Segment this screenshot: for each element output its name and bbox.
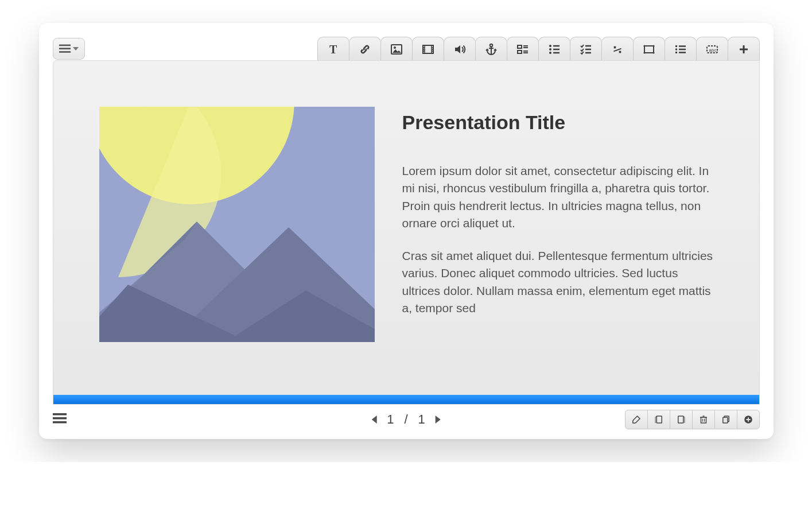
svg-rect-57 (53, 417, 67, 420)
tool-video[interactable] (412, 37, 444, 61)
mountain-sun-icon (99, 107, 375, 342)
tool-text[interactable]: T (317, 37, 349, 61)
dropdown-caret-icon (73, 47, 79, 51)
layout-icon (516, 42, 530, 56)
brush-icon (631, 414, 642, 425)
svg-rect-0 (59, 45, 71, 46)
svg-rect-18 (518, 45, 522, 48)
tool-bullet-list[interactable] (538, 37, 570, 61)
svg-point-37 (643, 52, 645, 53)
slide-paragraph-1[interactable]: Lorem ipsum dolor sit amet, consectetur … (402, 162, 719, 232)
next-slide-arrow-icon[interactable] (436, 416, 441, 424)
tool-link[interactable] (349, 37, 381, 61)
tool-image[interactable] (380, 37, 413, 61)
fraction-icon (611, 42, 624, 56)
svg-rect-67 (722, 417, 727, 423)
svg-rect-56 (53, 413, 67, 416)
plus-circle-icon (743, 414, 753, 425)
svg-point-38 (652, 52, 654, 53)
total-pages: 1 (418, 412, 425, 427)
svg-point-36 (652, 45, 654, 46)
insert-tool-strip: T (317, 34, 760, 61)
svg-point-26 (549, 52, 551, 54)
slide-actions (625, 410, 760, 429)
hamburger-icon (53, 412, 67, 425)
link-icon (358, 42, 372, 56)
svg-rect-39 (675, 45, 677, 47)
list-icon (674, 42, 687, 56)
audio-icon (453, 42, 467, 56)
slide-title[interactable]: Presentation Title (402, 111, 719, 134)
svg-rect-19 (518, 51, 522, 53)
svg-rect-34 (644, 46, 654, 53)
page-separator: / (404, 412, 407, 427)
page-forward-icon (676, 414, 686, 425)
current-page: 1 (387, 412, 394, 427)
main-menu-button[interactable] (53, 38, 85, 60)
svg-line-33 (613, 48, 621, 51)
svg-rect-41 (675, 52, 677, 53)
top-toolbar: T (53, 34, 760, 61)
svg-rect-2 (59, 51, 71, 53)
page-back-icon (654, 414, 664, 425)
svg-point-15 (489, 44, 492, 46)
tool-audio[interactable] (444, 37, 476, 61)
editor-window: T (39, 23, 774, 439)
hamburger-icon (59, 44, 71, 54)
bottom-toolbar: 1 / 1 (53, 405, 760, 432)
svg-rect-40 (675, 48, 677, 50)
slide-paragraph-2[interactable]: Cras sit amet aliquet dui. Pellentesque … (402, 247, 719, 317)
crop-selection-icon (642, 42, 656, 56)
svg-rect-59 (656, 416, 662, 423)
svg-text:T: T (329, 43, 337, 56)
svg-rect-61 (701, 417, 706, 423)
move-slide-back-button[interactable] (647, 410, 670, 429)
anchor-icon (484, 42, 498, 56)
duplicate-slide-button[interactable] (714, 410, 737, 429)
tool-list[interactable] (665, 37, 697, 61)
svg-rect-60 (678, 416, 683, 423)
slides-panel-toggle[interactable] (53, 412, 67, 427)
checklist-icon (579, 42, 593, 56)
brush-button[interactable] (625, 410, 648, 429)
tool-layout[interactable] (507, 37, 539, 61)
caption-icon: abc (705, 42, 719, 56)
svg-rect-1 (59, 48, 71, 49)
bullet-list-icon (547, 42, 561, 56)
video-icon (421, 42, 435, 56)
slide-text-column: Presentation Title Lorem ipsum dolor sit… (402, 107, 719, 332)
move-slide-forward-button[interactable] (670, 410, 693, 429)
trash-icon (698, 414, 709, 425)
page-navigator: 1 / 1 (371, 412, 441, 427)
slide-image-placeholder[interactable] (99, 107, 375, 342)
svg-point-5 (394, 46, 396, 49)
tool-caption[interactable]: abc (696, 37, 728, 61)
delete-slide-button[interactable] (692, 410, 715, 429)
add-slide-button[interactable] (737, 410, 760, 429)
svg-point-35 (643, 45, 645, 46)
slide-canvas[interactable]: Presentation Title Lorem ipsum dolor sit… (53, 60, 760, 405)
prev-slide-arrow-icon[interactable] (371, 416, 376, 424)
tool-checklist[interactable] (570, 37, 602, 61)
svg-rect-58 (53, 421, 67, 424)
plus-icon (737, 42, 751, 56)
duplicate-icon (721, 414, 731, 425)
slide-content: Presentation Title Lorem ipsum dolor sit… (99, 107, 719, 342)
text-icon: T (327, 42, 340, 56)
svg-point-24 (549, 45, 551, 47)
tool-fraction[interactable] (601, 37, 634, 61)
tool-crop[interactable] (633, 37, 665, 61)
image-icon (390, 42, 403, 56)
tool-add[interactable] (728, 37, 760, 61)
slide-progress-bar (53, 395, 759, 404)
svg-point-25 (549, 48, 551, 51)
svg-text:abc: abc (709, 48, 716, 53)
tool-anchor[interactable] (475, 37, 507, 61)
